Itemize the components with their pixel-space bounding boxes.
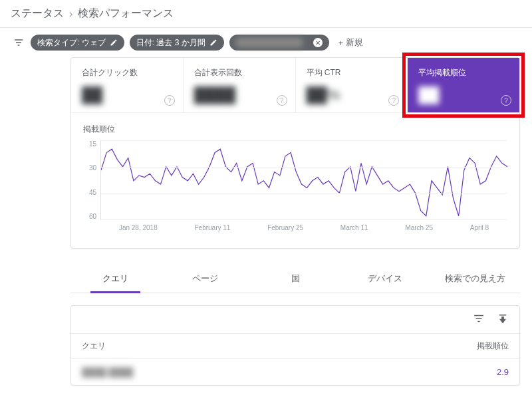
highlight-annotation <box>402 53 525 118</box>
row-query: ████ ████ <box>82 367 133 377</box>
row-position: 2.9 <box>497 367 509 377</box>
performance-card: 合計クリック数 ██ ? 合計表示回数 ████ ? 平均 CTR ██% ? … <box>70 57 520 249</box>
help-icon[interactable]: ? <box>277 95 287 106</box>
help-icon[interactable]: ? <box>388 95 399 106</box>
tab-2[interactable]: 国 <box>250 265 340 293</box>
chip-label: 日付: 過去 3 か月間 <box>136 37 205 49</box>
filter-chip-date[interactable]: 日付: 過去 3 か月間 <box>130 35 224 51</box>
breadcrumb-root[interactable]: ステータス <box>11 7 64 21</box>
chevron-right-icon: › <box>69 8 72 20</box>
breadcrumb: ステータス › 検索パフォーマンス <box>0 0 532 28</box>
table-header: クエリ 掲載順位 <box>71 333 519 359</box>
metric-value: ██ <box>82 86 172 104</box>
metric-label: 合計クリック数 <box>82 67 172 78</box>
metric-avg-ctr[interactable]: 平均 CTR ██% ? <box>296 58 408 112</box>
metric-total-impressions[interactable]: 合計表示回数 ████ ? <box>184 58 296 112</box>
y-axis: 15304560 <box>83 140 96 220</box>
download-icon[interactable] <box>497 313 509 327</box>
chip-label: 検索タイプ: ウェブ <box>37 37 106 49</box>
tab-3[interactable]: デバイス <box>340 265 430 293</box>
metrics-row: 合計クリック数 ██ ? 合計表示回数 ████ ? 平均 CTR ██% ? … <box>71 58 519 113</box>
close-icon[interactable]: ✕ <box>313 38 323 47</box>
help-icon[interactable]: ? <box>501 95 511 106</box>
table-toolbar <box>71 306 519 333</box>
chart-line <box>101 140 507 219</box>
pencil-icon <box>110 39 118 47</box>
metric-value: ██ <box>418 86 509 104</box>
metric-label: 平均 CTR <box>307 67 397 78</box>
tabs: クエリページ国デバイス検索での見え方 <box>70 265 520 293</box>
tab-0[interactable]: クエリ <box>70 265 160 293</box>
chart-area: 掲載順位 15304560 Jan 28, 2018February 11Feb… <box>71 113 519 248</box>
add-filter-button[interactable]: + 新規 <box>334 37 364 49</box>
add-filter-label: 新規 <box>346 37 363 49</box>
chart-title: 掲載順位 <box>83 124 507 135</box>
filter-chip-search-type[interactable]: 検索タイプ: ウェブ <box>31 35 124 51</box>
help-icon[interactable]: ? <box>164 95 175 106</box>
metric-label: 合計表示回数 <box>194 67 285 78</box>
query-table-card: クエリ 掲載順位 ████ ████ 2.9 <box>70 305 520 386</box>
metric-avg-position[interactable]: 平均掲載順位 ██ ? <box>408 58 519 112</box>
metric-value: ████ <box>194 86 285 104</box>
table-row[interactable]: ████ ████ 2.9 <box>71 359 519 385</box>
filter-icon[interactable] <box>12 36 25 49</box>
filter-chip-redacted[interactable]: ✕ <box>229 35 329 51</box>
metric-label: 平均掲載順位 <box>418 67 509 78</box>
pencil-icon <box>209 39 217 47</box>
metric-total-clicks[interactable]: 合計クリック数 ██ ? <box>71 58 184 112</box>
breadcrumb-current: 検索パフォーマンス <box>78 7 174 21</box>
x-axis: Jan 28, 2018February 11February 25March … <box>100 221 507 233</box>
tab-4[interactable]: 検索での見え方 <box>430 265 520 293</box>
chart-plot <box>100 140 507 220</box>
position-chart: 15304560 Jan 28, 2018February 11February… <box>83 140 507 233</box>
filter-icon[interactable] <box>473 313 485 327</box>
metric-value: ██% <box>307 86 397 104</box>
col-query[interactable]: クエリ <box>82 340 106 352</box>
tab-1[interactable]: ページ <box>160 265 250 293</box>
chip-redacted-content <box>236 38 303 47</box>
filter-bar: 検索タイプ: ウェブ 日付: 過去 3 か月間 ✕ + 新規 <box>0 28 532 57</box>
col-position[interactable]: 掲載順位 <box>477 340 509 352</box>
plus-icon: + <box>338 38 344 48</box>
